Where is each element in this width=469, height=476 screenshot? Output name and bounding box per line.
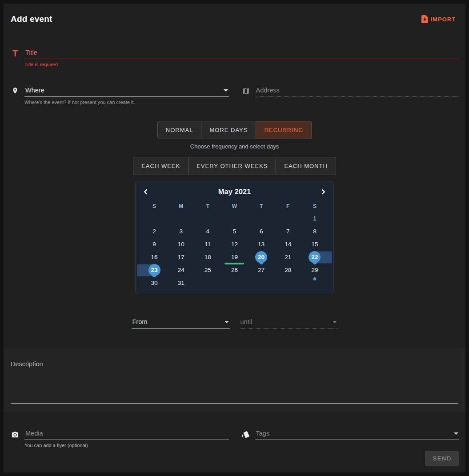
calendar-month-title: May 2021 bbox=[148, 188, 321, 196]
day-number: 6 bbox=[260, 228, 263, 235]
camera-icon bbox=[10, 431, 20, 440]
calendar-day[interactable]: 16 bbox=[141, 251, 168, 264]
day-number: 29 bbox=[311, 267, 318, 273]
calendar-day[interactable]: 22 bbox=[301, 251, 328, 264]
calendar-day[interactable]: 19 bbox=[221, 251, 248, 264]
day-number: 26 bbox=[231, 267, 238, 273]
calendar-day[interactable]: 17 bbox=[168, 251, 194, 264]
calendar-day[interactable]: 8 bbox=[301, 225, 328, 238]
day-number: 21 bbox=[285, 254, 291, 260]
calendar-day[interactable]: 6 bbox=[248, 225, 275, 238]
send-button[interactable]: SEND bbox=[425, 451, 459, 466]
address-field-block: Address bbox=[241, 85, 460, 105]
calendar-day[interactable]: 12 bbox=[221, 238, 248, 251]
calendar-day[interactable]: 27 bbox=[248, 264, 275, 276]
day-number: 4 bbox=[206, 228, 210, 235]
calendar-day[interactable]: 20 bbox=[248, 251, 275, 264]
calendar-day[interactable]: 9 bbox=[141, 238, 168, 251]
frequency-options: EACH WEEK EVERY OTHER WEEKS EACH MONTH bbox=[10, 157, 459, 175]
calendar-day[interactable]: 21 bbox=[275, 251, 301, 264]
calendar-day[interactable]: 11 bbox=[194, 238, 221, 251]
calendar-empty-cell bbox=[221, 212, 248, 225]
day-number: 2 bbox=[152, 228, 156, 235]
calendar-day[interactable]: 4 bbox=[194, 225, 221, 238]
calendar-day[interactable]: 18 bbox=[194, 251, 221, 264]
calendar-day[interactable]: 28 bbox=[275, 264, 301, 276]
media-placeholder: Media bbox=[25, 430, 43, 437]
calendar-day[interactable]: 14 bbox=[275, 238, 301, 251]
calendar-day[interactable]: 5 bbox=[221, 225, 248, 238]
calendar-day[interactable]: 29 bbox=[301, 264, 328, 276]
tags-placeholder: Tags bbox=[256, 430, 270, 437]
calendar-day[interactable]: 25 bbox=[194, 264, 221, 276]
chevron-down-icon bbox=[224, 89, 228, 92]
day-number: 24 bbox=[178, 267, 184, 273]
calendar-day[interactable]: 10 bbox=[168, 238, 194, 251]
calendar-empty-cell bbox=[168, 212, 194, 225]
day-number: 20 bbox=[255, 251, 267, 263]
weekday-header: F bbox=[275, 200, 301, 212]
tab-recurring[interactable]: RECURRING bbox=[256, 121, 312, 139]
tags-select[interactable]: Tags bbox=[255, 428, 460, 440]
calendar-empty-cell bbox=[194, 276, 221, 289]
day-number: 19 bbox=[231, 254, 238, 260]
where-select[interactable]: Where bbox=[24, 85, 229, 97]
title-field-block: T Title Title is required bbox=[10, 47, 459, 67]
calendar-empty-cell bbox=[141, 212, 168, 225]
address-input[interactable]: Address bbox=[255, 85, 460, 97]
weekday-header: M bbox=[168, 200, 194, 212]
day-number: 15 bbox=[311, 241, 318, 248]
title-text-icon: T bbox=[10, 49, 20, 59]
weekday-header: T bbox=[194, 200, 221, 212]
calendar-empty-cell bbox=[194, 212, 221, 225]
address-placeholder: Address bbox=[256, 87, 280, 94]
until-time-select[interactable]: until bbox=[240, 316, 338, 329]
calendar-day[interactable]: 3 bbox=[168, 225, 194, 238]
dialog-header: Add event IMPORT bbox=[4, 4, 465, 24]
time-range-row: From until bbox=[10, 316, 459, 329]
import-button[interactable]: IMPORT bbox=[421, 15, 456, 23]
calendar-next-icon[interactable] bbox=[320, 189, 325, 195]
tab-normal[interactable]: NORMAL bbox=[157, 121, 202, 139]
calendar-day[interactable]: 24 bbox=[168, 264, 194, 276]
calendar-day[interactable]: 15 bbox=[301, 238, 328, 251]
location-pin-icon bbox=[10, 86, 20, 97]
chevron-down-icon bbox=[454, 432, 458, 435]
media-input[interactable]: Media bbox=[24, 428, 229, 440]
calendar-day[interactable]: 1 bbox=[301, 212, 328, 225]
event-mode-tabs: NORMAL MORE DAYS RECURRING bbox=[10, 121, 459, 139]
chevron-down-icon bbox=[224, 321, 229, 323]
calendar-day[interactable]: 23 bbox=[141, 264, 168, 276]
day-number: 25 bbox=[204, 267, 211, 273]
calendar-day[interactable]: 31 bbox=[168, 276, 194, 289]
day-number: 1 bbox=[313, 215, 317, 222]
title-error-text: Title is required bbox=[24, 62, 459, 67]
freq-each-month[interactable]: EACH MONTH bbox=[276, 157, 336, 175]
where-field-block: Where Where's the event? If not present … bbox=[10, 85, 229, 105]
weekday-header: S bbox=[141, 200, 168, 212]
from-time-select[interactable]: From bbox=[132, 316, 230, 329]
freq-each-week[interactable]: EACH WEEK bbox=[133, 157, 188, 175]
add-event-dialog: Add event IMPORT T Title Title is requir… bbox=[4, 4, 465, 472]
where-helper-text: Where's the event? If not present you ca… bbox=[24, 100, 229, 105]
tab-more-days[interactable]: MORE DAYS bbox=[201, 121, 256, 139]
tags-field-block: Tags bbox=[241, 428, 460, 448]
calendar-day[interactable]: 30 bbox=[141, 276, 168, 289]
calendar-day[interactable]: 2 bbox=[141, 225, 168, 238]
calendar-day[interactable]: 13 bbox=[248, 238, 275, 251]
tags-icon bbox=[241, 430, 251, 440]
day-number: 30 bbox=[151, 280, 158, 286]
description-textarea[interactable] bbox=[11, 403, 458, 404]
import-label: IMPORT bbox=[430, 16, 456, 23]
day-number: 7 bbox=[286, 228, 290, 235]
media-field-block: Media You can add a flyer (optional) bbox=[10, 428, 229, 448]
map-icon bbox=[241, 87, 251, 97]
calendar-day[interactable]: 26 bbox=[221, 264, 248, 276]
title-input[interactable]: Title bbox=[24, 47, 459, 59]
calendar-day[interactable]: 7 bbox=[275, 225, 301, 238]
freq-every-other-weeks[interactable]: EVERY OTHER WEEKS bbox=[188, 157, 276, 175]
day-number: 11 bbox=[204, 241, 211, 248]
weekday-header: W bbox=[221, 200, 248, 212]
page-title: Add event bbox=[11, 14, 52, 24]
bottom-section: Media You can add a flyer (optional) Tag… bbox=[4, 412, 465, 472]
